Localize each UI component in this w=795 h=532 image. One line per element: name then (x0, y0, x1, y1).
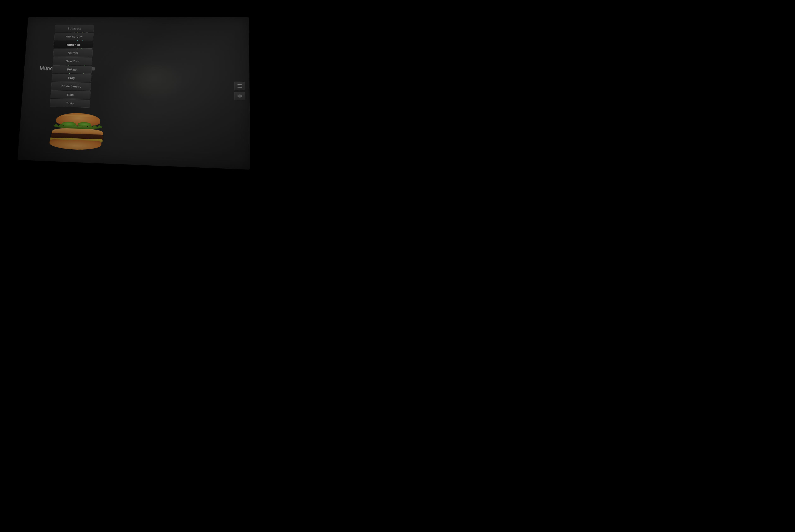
svg-rect-0 (238, 84, 242, 85)
burger-graphic (48, 107, 111, 151)
svg-rect-1 (238, 86, 242, 86)
sidebar-item-tokio[interactable]: Tokio (50, 99, 90, 108)
city-sidebar: BudapestMexico CityMünchenNairobiNew Yor… (50, 25, 94, 108)
svg-rect-2 (238, 87, 242, 87)
burger-illustration (48, 107, 111, 151)
sidebar-item-rio-de-janeiro[interactable]: Rio de Janeiro (51, 82, 91, 91)
sidebar-item-rom[interactable]: Rom (51, 90, 91, 99)
burger-menu-icon[interactable] (234, 81, 245, 90)
main-screen: BudapestMexico CityMünchenNairobiNew Yor… (17, 17, 250, 170)
bun-bottom-layer (49, 139, 101, 150)
sidebar-item-prag[interactable]: Prag (52, 74, 92, 82)
featured-indicator (92, 67, 95, 70)
sidebar-item-new-york[interactable]: New York (53, 57, 92, 65)
right-panel (234, 81, 245, 100)
sidebar-item-budapest[interactable]: Budapest (55, 25, 94, 32)
sidebar-item-peking[interactable]: Peking (52, 65, 92, 74)
bread-icon[interactable] (234, 92, 245, 100)
sidebar-item-mexico-city[interactable]: Mexico City (54, 33, 94, 40)
sidebar-item-nairobi[interactable]: Nairobi (53, 49, 93, 57)
ambient-glow (121, 59, 184, 101)
sidebar-item-münchen[interactable]: München (54, 41, 93, 49)
